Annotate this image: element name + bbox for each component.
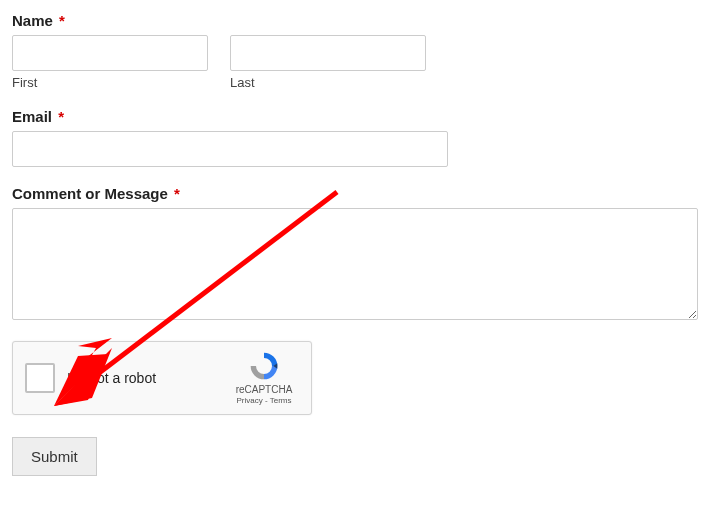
first-name-input[interactable] [12, 35, 208, 71]
name-label-text: Name [12, 12, 53, 29]
first-name-col: First [12, 35, 208, 90]
last-name-sublabel: Last [230, 75, 426, 90]
required-marker: * [174, 185, 180, 202]
email-field-group: Email * [12, 108, 700, 167]
email-label: Email * [12, 108, 700, 125]
message-label: Comment or Message * [12, 185, 700, 202]
recaptcha-terms-link[interactable]: Terms [270, 396, 292, 405]
last-name-col: Last [230, 35, 426, 90]
last-name-input[interactable] [230, 35, 426, 71]
name-label: Name * [12, 12, 700, 29]
recaptcha-branding: reCAPTCHA Privacy - Terms [229, 350, 299, 406]
recaptcha-brand-text: reCAPTCHA [229, 384, 299, 396]
required-marker: * [58, 108, 64, 125]
recaptcha-checkbox[interactable] [25, 363, 55, 393]
submit-button[interactable]: Submit [12, 437, 97, 476]
required-marker: * [59, 12, 65, 29]
recaptcha-widget: I'm not a robot reCAPTCHA Privacy - Term… [12, 341, 312, 415]
first-name-sublabel: First [12, 75, 208, 90]
email-input[interactable] [12, 131, 448, 167]
recaptcha-label: I'm not a robot [67, 370, 229, 386]
message-textarea[interactable] [12, 208, 698, 320]
name-field-group: Name * First Last [12, 12, 700, 90]
recaptcha-privacy-link[interactable]: Privacy [237, 396, 263, 405]
recaptcha-logo-icon [248, 350, 280, 382]
email-label-text: Email [12, 108, 52, 125]
name-row: First Last [12, 35, 700, 90]
message-field-group: Comment or Message * [12, 185, 700, 323]
recaptcha-link-separator: - [263, 396, 270, 405]
recaptcha-links: Privacy - Terms [229, 396, 299, 406]
message-label-text: Comment or Message [12, 185, 168, 202]
